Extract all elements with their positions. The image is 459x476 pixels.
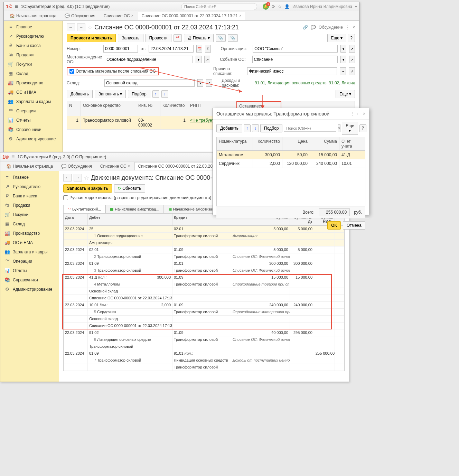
mov-row[interactable]: Амортизация (64, 240, 344, 246)
sidebar-item[interactable]: 📚Справочники (4, 125, 62, 134)
sidebar-item[interactable]: ↗Руководителю (0, 182, 59, 191)
tab-home[interactable]: 🏠Начальная страница (2, 162, 57, 170)
save-close-button[interactable]: Записать и закрыть (63, 184, 112, 193)
open-icon[interactable]: ↗ (206, 79, 212, 87)
close-icon[interactable]: × (128, 164, 130, 168)
mov-row[interactable]: 5 СердечникТрансформатор силовойОприходо… (64, 309, 344, 316)
user-icon[interactable]: 👤 (284, 4, 290, 9)
sidebar-item[interactable]: 🛍Продажи (0, 200, 59, 210)
link-icon[interactable]: 🔗 (303, 25, 308, 30)
dt-kt-button[interactable]: ᴬᵀ (174, 34, 182, 42)
tab-home[interactable]: 🏠Начальная страница (6, 12, 60, 20)
down-button[interactable]: ↓ (161, 90, 168, 98)
materials-checkbox[interactable]: Остались материалы после списания ОС (67, 67, 159, 75)
menu-icon[interactable]: ≡ (11, 154, 15, 160)
stamp-icon[interactable]: 🗓 (205, 45, 211, 53)
sidebar-item[interactable]: 🏭Производство (4, 78, 62, 87)
sidebar-item[interactable]: 🚚ОС и НМА (0, 238, 59, 247)
manual-checkbox[interactable]: Ручная корректировка (разрешает редактир… (63, 195, 211, 200)
up-button[interactable]: ↑ (244, 124, 251, 132)
history-icon[interactable]: ⟳ (272, 4, 275, 9)
sidebar-item[interactable]: 👥Зарплата и кадры (4, 97, 62, 106)
mov-row[interactable]: Списание ОС 0000-000001 от 22.03.2024 17… (64, 323, 344, 329)
sidebar-item[interactable]: 📚Справочники (0, 275, 59, 284)
open-icon[interactable]: ↗ (349, 45, 355, 53)
add-button[interactable]: Добавить (216, 124, 242, 132)
dropdown-icon[interactable]: ▾ (197, 79, 204, 87)
help-button[interactable]: ? (359, 124, 367, 132)
help-button[interactable]: ? (348, 34, 355, 42)
sidebar-item[interactable]: 🚚ОС и НМА (4, 87, 62, 97)
sidebar-item[interactable]: ≡Главное (4, 22, 62, 31)
mov-row[interactable]: 22.03.202410.01 Кол.: 2,00001.09240 000,… (64, 302, 344, 309)
sidebar-item[interactable]: ᴰᴷОперации (0, 256, 59, 266)
tab-1[interactable]: Списание ОС× (100, 12, 137, 20)
dropdown-icon[interactable]: ▾ (196, 56, 202, 63)
discuss-link[interactable]: Обсуждение (319, 25, 343, 30)
dropdown-icon[interactable]: ▾ (340, 67, 346, 75)
popup-row[interactable]: Металлолом 300,000 50,00 15 000,00 41.Д (217, 151, 365, 159)
sidebar-item[interactable]: 👥Зарплата и кадры (0, 247, 59, 256)
mov-row[interactable]: 22.03.202402.0101.095 000,005 000,00 (64, 246, 344, 253)
up-button[interactable]: ↑ (152, 90, 159, 98)
refresh-button[interactable]: ⟳ Обновить (114, 184, 145, 193)
sidebar-item[interactable]: 🛒Покупки (4, 59, 62, 69)
more-button[interactable]: Еще ▾ (336, 90, 355, 98)
menu-icon[interactable]: ≡ (15, 3, 18, 10)
add-button[interactable]: Добавить (67, 90, 93, 98)
save-button[interactable]: Записать (118, 34, 143, 42)
sidebar-item[interactable]: 🏭Производство (0, 228, 59, 238)
dropdown-icon[interactable]: ▾ (340, 45, 346, 53)
cancel-button[interactable]: Отмена (343, 221, 365, 230)
mov-row[interactable]: 22.03.202491.0201.0940 000,00295 000,00 (64, 329, 344, 336)
more-button[interactable]: Еще ▾ (327, 34, 347, 42)
calendar-icon[interactable]: 📅 (196, 45, 202, 53)
fill-button[interactable]: Заполнить ▾ (95, 90, 126, 98)
pick-button[interactable]: Подбор (260, 124, 282, 132)
dropdown-icon[interactable]: ▾ (355, 4, 357, 9)
more-icon[interactable]: ⋮ (351, 111, 355, 116)
tab-1[interactable]: Списание ОС× (96, 162, 134, 170)
close-icon[interactable]: × (353, 25, 355, 30)
warehouse-input[interactable] (104, 79, 195, 87)
mov-row[interactable]: Основной склад (64, 316, 344, 323)
sidebar-item[interactable]: 📊Отчеты (4, 115, 62, 125)
mov-row[interactable]: 22.03.202401.0991.01 Кол.:255 000,00 (64, 350, 344, 357)
mov-row[interactable]: 4 МеталлоломТрансформатор силовойОприход… (64, 281, 344, 288)
mov-row[interactable]: 7 Трансформатор силовойЛиквидация основн… (64, 357, 344, 364)
mov-row[interactable]: 6 Ликвидация основных средствТрансформат… (64, 336, 344, 343)
down-button[interactable]: ↓ (252, 124, 259, 132)
popup-search[interactable] (284, 125, 336, 132)
ok-button[interactable]: ОК (327, 221, 341, 230)
close-icon[interactable]: × (363, 111, 365, 116)
mov-row[interactable]: 22.03.202441.Д Кол.: 300,00001.0915 000,… (64, 274, 344, 281)
forward-button[interactable]: → (77, 24, 85, 31)
mov-row[interactable]: Трансформатор силовой (64, 364, 344, 371)
back-button[interactable]: ← (63, 174, 72, 181)
mov-row[interactable]: 3 Трансформатор силовойТрансформатор сил… (64, 267, 344, 274)
mov-tab[interactable]: ▦Начисление амортизац... (105, 205, 164, 213)
open-icon[interactable]: ↗ (349, 56, 355, 63)
number-input[interactable] (103, 45, 138, 53)
mov-row[interactable]: 1 Основное подразделениеТрансформатор си… (64, 233, 344, 240)
more-icon[interactable]: ⋮ (346, 25, 350, 30)
discuss-icon[interactable]: 💬 (311, 25, 316, 30)
sidebar-item[interactable]: 🛒Покупки (0, 210, 59, 219)
pick-button[interactable]: Подбор (128, 90, 150, 98)
more-button[interactable]: Еще ▾ (342, 122, 358, 135)
star-icon[interactable]: ☆ (87, 24, 92, 31)
print-button[interactable]: 🖨 Печать ▾ (184, 34, 214, 42)
sidebar-item[interactable]: ⚙Администрирование (0, 284, 59, 294)
event-input[interactable] (252, 56, 338, 63)
tab-2[interactable]: Списание ОС 0000-000001 от 22.03.2024 17… (138, 12, 245, 20)
mov-row[interactable]: 22.03.202401.0901.01300 000,00300 000,00 (64, 260, 344, 267)
sidebar-item[interactable]: ᴰᴷОперации (4, 106, 62, 115)
tab-discuss[interactable]: 💬Обсуждения (57, 162, 96, 170)
sidebar-item[interactable]: 📊Отчеты (0, 266, 59, 275)
bell-icon[interactable]: 🔔 (263, 3, 269, 10)
maximize-icon[interactable]: □ (358, 111, 360, 116)
loc-input[interactable] (105, 56, 193, 63)
income-link[interactable]: 91.01, Ликвидация основных средств, 91.0… (255, 81, 355, 85)
open-icon[interactable]: ↗ (349, 67, 355, 75)
sidebar-item[interactable]: ₽Банк и касса (4, 41, 62, 50)
